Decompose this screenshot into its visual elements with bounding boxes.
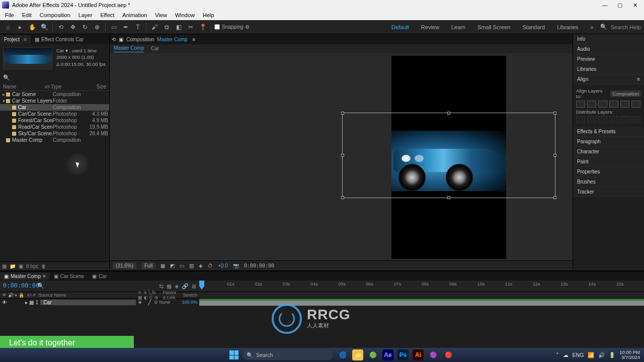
snapshot-icon[interactable]: 📷 — [233, 263, 239, 268]
mask-icon[interactable]: ◩ — [170, 263, 175, 268]
workspace-overflow-icon[interactable]: » — [585, 24, 598, 30]
brush-tool-icon[interactable]: 🖌 — [149, 22, 159, 32]
orbit-tool-icon[interactable]: ⟲ — [56, 22, 66, 32]
interpret-footage-icon[interactable]: ▦ — [2, 263, 7, 269]
system-tray[interactable]: ˄ ☁ ENG 📶 🔊 🔋 10:00 PM 3/7/2024 — [556, 350, 640, 360]
zoom-dropdown[interactable]: (31.6%) — [113, 262, 136, 269]
timeline-tab-car[interactable]: ▣ Car — [88, 273, 111, 280]
taskbar-aftereffects-icon[interactable]: Ae — [382, 349, 393, 360]
eraser-tool-icon[interactable]: ◧ — [174, 22, 184, 32]
workspace-default[interactable]: Default — [386, 24, 414, 30]
rotate-tool-icon[interactable]: ↻ — [80, 22, 90, 32]
timecode-icon[interactable]: ⏱ — [208, 263, 213, 268]
menu-edit[interactable]: Edit — [19, 11, 35, 19]
menu-animation[interactable]: Animation — [119, 11, 150, 19]
project-item[interactable]: Road/Car Scene.psdPhotoshop19.9 MB — [0, 124, 109, 130]
project-item[interactable]: ▸Car SceneComposition — [0, 91, 109, 98]
tray-lang[interactable]: ENG — [573, 352, 584, 358]
tl-ctrl-5-icon[interactable]: ⊞ — [192, 283, 196, 290]
panel-brushes[interactable]: Brushes — [573, 177, 644, 187]
anchor-tool-icon[interactable]: ⊕ — [92, 22, 102, 32]
tray-clock[interactable]: 10:00 PM 3/7/2024 — [619, 350, 640, 360]
pan-tool-icon[interactable]: ✥ — [68, 22, 78, 32]
project-items-list[interactable]: ▸Car SceneComposition▾Car Scene LayersFo… — [0, 91, 109, 261]
menu-file[interactable]: File — [2, 11, 17, 19]
project-item[interactable]: Sky/Car Scene.psdPhotoshop28.4 MB — [0, 130, 109, 137]
start-button[interactable] — [229, 350, 238, 359]
menu-composition[interactable]: Composition — [37, 11, 73, 19]
panel-paragraph[interactable]: Paragraph — [573, 137, 644, 147]
workspace-small-screen[interactable]: Small Screen — [472, 24, 515, 30]
grid-icon[interactable]: ▦ — [160, 263, 165, 268]
menu-window[interactable]: Window — [172, 11, 198, 19]
help-search[interactable]: 🔍 Search Help — [600, 24, 641, 30]
panel-audio[interactable]: Audio — [573, 44, 644, 54]
new-comp-icon[interactable]: ▣ — [19, 263, 23, 269]
panel-align[interactable]: Align≡ — [573, 74, 644, 84]
flow-tab-car[interactable]: Car — [151, 46, 159, 52]
tl-ctrl-1-icon[interactable]: ⇆ — [159, 283, 164, 290]
timeline-search[interactable]: 🔍 — [35, 281, 136, 292]
hand-tool-icon[interactable]: ✋ — [27, 22, 37, 32]
viewer-breadcrumb-active[interactable]: Master Comp — [157, 37, 188, 42]
new-folder-icon[interactable]: 📁 — [10, 263, 16, 269]
zoom-tool-icon[interactable]: 🔍 — [39, 22, 49, 32]
panel-menu-icon[interactable]: ≡ — [24, 37, 27, 42]
workspace-libraries[interactable]: Libraries — [552, 24, 583, 30]
timeline-tab-master[interactable]: ▣ Master Comp × — [0, 273, 50, 280]
align-vcenter-icon[interactable] — [620, 101, 629, 108]
snapping-toggle[interactable]: Snapping ⚙ — [214, 24, 250, 30]
tray-volume-icon[interactable]: 🔊 — [598, 352, 605, 358]
viewer-menu-icon[interactable]: ≡ — [193, 37, 196, 42]
taskbar-photoshop-icon[interactable]: Ps — [397, 349, 409, 360]
selection-tool-icon[interactable]: ▸ — [15, 22, 25, 32]
taskbar-copilot-icon[interactable]: 🌀 — [337, 349, 348, 360]
maximize-button[interactable]: ▢ — [617, 2, 623, 9]
panel-preview[interactable]: Preview — [573, 54, 644, 64]
home-icon[interactable]: ⌂ — [3, 22, 13, 32]
menu-effect[interactable]: Effect — [97, 11, 117, 19]
workspace-review[interactable]: Review — [416, 24, 444, 30]
workspace-learn[interactable]: Learn — [446, 24, 470, 30]
bpc-toggle[interactable]: 8 bpc — [26, 263, 38, 269]
playhead[interactable] — [199, 281, 204, 290]
tray-wifi-icon[interactable]: 📶 — [588, 352, 594, 358]
panel-effects-presets[interactable]: Effects & Presets — [573, 127, 644, 137]
minimize-button[interactable]: — — [602, 2, 608, 9]
transparency-icon[interactable]: ▨ — [189, 263, 194, 268]
menu-view[interactable]: View — [152, 11, 170, 19]
snapping-options-icon[interactable]: ⚙ — [245, 24, 250, 30]
viewer-canvas[interactable] — [110, 53, 573, 260]
align-target-dropdown[interactable]: Composition — [610, 90, 641, 97]
delete-icon[interactable]: 🗑 — [41, 263, 46, 269]
clone-tool-icon[interactable]: ⧉ — [162, 22, 172, 32]
taskbar-app1-icon[interactable]: 🟣 — [428, 349, 439, 360]
rectangle-tool-icon[interactable]: ▭ — [109, 22, 119, 32]
align-right-icon[interactable] — [598, 101, 607, 108]
puppet-tool-icon[interactable]: 📍 — [198, 22, 208, 32]
pen-tool-icon[interactable]: ✒ — [121, 22, 131, 32]
align-bottom-icon[interactable] — [631, 101, 640, 108]
project-item[interactable]: Master CompComposition — [0, 137, 109, 143]
tray-cloud-icon[interactable]: ☁ — [563, 352, 569, 358]
project-item[interactable]: CarComposition — [0, 104, 109, 111]
align-top-icon[interactable] — [609, 101, 618, 108]
taskbar-explorer-icon[interactable]: 📁 — [352, 349, 363, 360]
snapping-checkbox[interactable] — [214, 24, 220, 30]
panel-libraries[interactable]: Libraries — [573, 64, 644, 74]
3d-icon[interactable]: ◈ — [199, 263, 203, 268]
tab-project[interactable]: Project≡ — [0, 35, 31, 44]
menu-layer[interactable]: Layer — [75, 11, 96, 19]
taskbar-app2-icon[interactable]: 🔴 — [443, 349, 454, 360]
taskbar-search[interactable]: 🔍 Search — [243, 350, 333, 360]
taskbar-illustrator-icon[interactable]: Ai — [413, 349, 424, 360]
layer-visibility-icon[interactable]: 👁 — [2, 300, 7, 305]
project-item[interactable]: Forest/Car Scene.psdPhotoshop4.9 MB — [0, 117, 109, 124]
panel-tracker[interactable]: Tracker — [573, 187, 644, 197]
tray-chevron-icon[interactable]: ˄ — [556, 352, 559, 358]
panel-properties[interactable]: Properties — [573, 167, 644, 177]
selection-bounding-box[interactable] — [342, 113, 555, 198]
timeline-tab-carscene[interactable]: ▣ Car Scene — [50, 273, 88, 280]
project-item[interactable]: Car/Car Scene.psdPhotoshop4.3 MB — [0, 111, 109, 117]
viewer-lock-icon[interactable]: ⟲ — [112, 37, 116, 42]
